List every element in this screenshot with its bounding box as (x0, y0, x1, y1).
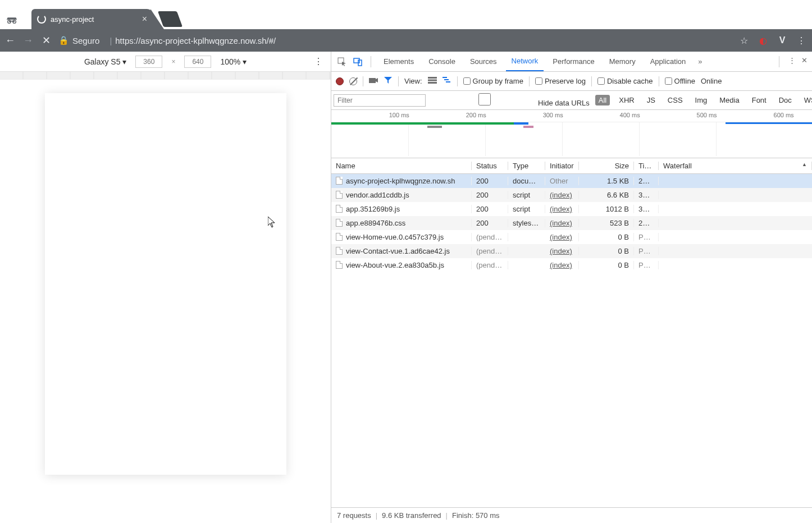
tab-sources[interactable]: Sources (464, 52, 503, 71)
filter-js[interactable]: JS (644, 95, 659, 105)
table-row[interactable]: async-project-kplhwqgnze.now.sh200docum…… (331, 174, 812, 188)
status-transferred: 9.6 KB transferred (382, 511, 441, 520)
view-label: View: (404, 77, 422, 85)
filter-input[interactable] (334, 94, 426, 107)
tab-elements[interactable]: Elements (378, 52, 419, 71)
browser-tab[interactable]: async-project × (31, 9, 153, 29)
file-icon (336, 261, 343, 269)
tab-title: async-project (51, 15, 139, 24)
table-row[interactable]: view-About-vue.2.ea830a5b.js(pendi…(inde… (331, 258, 812, 272)
device-more-button[interactable]: ⋮ (314, 56, 323, 67)
file-icon (336, 191, 343, 199)
col-time[interactable]: Time (634, 162, 659, 170)
incognito-icon (6, 15, 18, 26)
table-row[interactable]: app.e889476b.css200stylesh…(index)523 B2… (331, 216, 812, 230)
stop-reload-button[interactable]: ✕ (40, 34, 52, 47)
timeline-overview[interactable] (331, 122, 812, 158)
more-tabs-button[interactable]: » (695, 57, 705, 66)
width-input[interactable] (135, 56, 162, 68)
disable-cache-checkbox[interactable]: Disable cache (597, 77, 653, 85)
horizontal-ruler (0, 72, 331, 80)
preserve-log-checkbox[interactable]: Preserve log (535, 77, 586, 85)
throttling-select[interactable]: Online (701, 77, 722, 85)
table-row[interactable]: view-Contact-vue.1.ad6cae42.js(pendi…(in… (331, 244, 812, 258)
record-button[interactable] (336, 77, 344, 85)
inspect-element-button[interactable] (336, 57, 348, 66)
device-emulation-panel: Galaxy S5 ▾ × 100% ▾ ⋮ (0, 52, 331, 523)
device-toolbar: Galaxy S5 ▾ × 100% ▾ ⋮ (0, 52, 331, 72)
network-status-bar: 7 requests | 9.6 KB transferred | Finish… (331, 507, 812, 523)
hide-data-urls-checkbox[interactable]: Hide data URLs (431, 93, 590, 107)
table-row[interactable]: app.351269b9.js200script(index)1012 B318… (331, 202, 812, 216)
offline-checkbox[interactable]: Offline (665, 77, 695, 85)
tab-performance[interactable]: Performance (547, 52, 600, 71)
large-rows-button[interactable] (428, 76, 437, 86)
back-button[interactable]: ← (4, 35, 16, 47)
svg-rect-6 (428, 77, 437, 79)
svg-rect-11 (446, 81, 450, 82)
group-by-frame-checkbox[interactable]: Group by frame (463, 77, 523, 85)
network-toolbar: View: Group by frame Preserve log Disabl… (331, 72, 812, 91)
tab-application[interactable]: Application (645, 52, 692, 71)
filter-media[interactable]: Media (716, 95, 742, 105)
col-type[interactable]: Type (508, 162, 545, 170)
forward-button[interactable]: → (22, 35, 34, 47)
device-canvas (0, 80, 331, 523)
svg-rect-10 (444, 79, 449, 80)
address-bar: ← → ✕ 🔒 Seguro |https://async-project-kp… (0, 29, 812, 52)
device-viewport[interactable] (45, 93, 286, 475)
filter-doc[interactable]: Doc (775, 95, 795, 105)
height-input[interactable] (184, 56, 211, 68)
site-security[interactable]: 🔒 Seguro (58, 35, 99, 45)
col-initiator[interactable]: Initiator (545, 162, 579, 170)
screenshot-button[interactable] (369, 76, 378, 86)
filter-xhr[interactable]: XHR (615, 95, 637, 105)
tab-network[interactable]: Network (506, 52, 544, 71)
table-row[interactable]: view-Home-vue.0.c457c379.js(pendi…(index… (331, 230, 812, 244)
devtools-settings-button[interactable]: ⋮ (788, 56, 796, 67)
lock-icon: 🔒 (58, 35, 69, 45)
table-row[interactable]: vendor.add1cddb.js200script(index)6.6 KB… (331, 188, 812, 202)
devtools-close-button[interactable]: ✕ (801, 56, 808, 67)
col-status[interactable]: Status (472, 162, 508, 170)
cursor-icon (268, 217, 276, 231)
col-size[interactable]: Size (579, 162, 634, 170)
extension-icon[interactable]: ◐ (757, 35, 769, 46)
filter-ws[interactable]: WS (801, 95, 812, 105)
status-requests: 7 requests (337, 511, 371, 520)
close-tab-button[interactable]: × (142, 14, 147, 24)
zoom-select[interactable]: 100% ▾ (220, 57, 247, 66)
browser-menu-button[interactable]: ⋮ (795, 35, 808, 46)
secure-label: Seguro (72, 36, 99, 45)
clear-button[interactable] (349, 77, 357, 85)
devtools-panel: Elements Console Sources Network Perform… (331, 52, 812, 523)
extension-vue-icon[interactable]: V (776, 35, 788, 45)
file-icon (336, 233, 343, 241)
network-table-header: Name Status Type Initiator Size Time Wat… (331, 158, 812, 174)
timeline-ruler[interactable]: 100 ms 200 ms 300 ms 400 ms 500 ms 600 m… (331, 110, 812, 122)
file-icon (336, 177, 343, 185)
loading-spinner-icon (37, 15, 46, 24)
devtools-tabs: Elements Console Sources Network Perform… (331, 52, 812, 72)
col-waterfall[interactable]: Waterfall (659, 162, 812, 170)
filter-all[interactable]: All (595, 95, 610, 105)
device-toggle-button[interactable] (352, 57, 364, 66)
status-finish: Finish: 570 ms (452, 511, 500, 520)
tab-console[interactable]: Console (423, 52, 461, 71)
svg-rect-9 (443, 77, 447, 78)
device-select[interactable]: Galaxy S5 ▾ (84, 57, 126, 66)
col-name[interactable]: Name (331, 162, 472, 170)
filter-toggle-button[interactable] (384, 76, 393, 86)
svg-rect-7 (428, 80, 437, 81)
filter-img[interactable]: Img (692, 95, 711, 105)
tab-memory[interactable]: Memory (604, 52, 641, 71)
network-rows: async-project-kplhwqgnze.now.sh200docum…… (331, 174, 812, 507)
file-icon (336, 205, 343, 213)
bookmark-button[interactable]: ☆ (738, 35, 750, 46)
filter-css[interactable]: CSS (664, 95, 686, 105)
filter-font[interactable]: Font (749, 95, 770, 105)
waterfall-view-button[interactable] (443, 76, 451, 86)
svg-rect-5 (369, 78, 376, 83)
url-display[interactable]: |https://async-project-kplhwqgnze.now.sh… (106, 36, 276, 45)
svg-rect-8 (428, 82, 437, 84)
